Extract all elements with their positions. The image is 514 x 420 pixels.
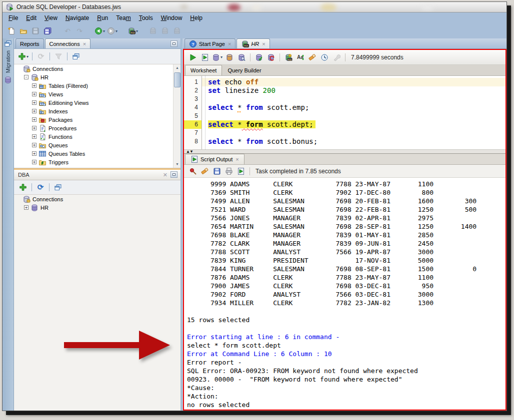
editor-line-2[interactable]: set linesize 200 xyxy=(202,86,506,95)
main-new-connection-button[interactable]: SQL▾ xyxy=(127,25,138,37)
tree-expander-icon[interactable]: + xyxy=(32,134,36,139)
connections-tree-item-hr[interactable]: -HR xyxy=(14,73,180,81)
menu-item-file[interactable]: File xyxy=(4,13,22,22)
worksheet-run-statement-button[interactable] xyxy=(188,51,198,63)
worksheet-autotrace-button[interactable] xyxy=(224,51,235,63)
dba-close-icon[interactable]: ✕ xyxy=(163,172,168,178)
main-open-file-button[interactable] xyxy=(18,25,29,37)
menu-item-run[interactable]: Run xyxy=(93,13,112,22)
tree-scrollbar[interactable]: ▲ ▼ xyxy=(173,64,180,168)
dropdown-caret-icon[interactable]: ▾ xyxy=(136,29,138,33)
tree-expander-icon[interactable]: + xyxy=(32,117,36,122)
scroll-up-icon[interactable]: ▲ xyxy=(174,64,180,71)
worksheet-sql-history-button[interactable] xyxy=(319,51,330,63)
tree-expander-icon[interactable]: + xyxy=(32,126,36,130)
connections-tree-item-editioning-views[interactable]: +Editioning Views xyxy=(14,98,180,107)
script-output-pin-button[interactable] xyxy=(188,165,198,177)
connections-tree-item-queues[interactable]: +Queues xyxy=(14,141,180,149)
connections-tree-item-queues-tables[interactable]: +Queues Tables xyxy=(14,149,180,158)
editor-output-splitter[interactable]: ▲▼ xyxy=(184,149,506,154)
dropdown-caret-icon[interactable]: ▾ xyxy=(26,54,28,59)
migration-tab[interactable]: Migration xyxy=(5,50,11,73)
tree-expander-icon[interactable]: + xyxy=(24,205,28,210)
menu-item-view[interactable]: View xyxy=(40,13,62,22)
worksheet-clear-button[interactable] xyxy=(307,51,318,63)
worksheet-sql-tuning-button[interactable] xyxy=(236,51,247,63)
editor-line-1[interactable]: set echo off xyxy=(202,78,506,86)
dba-collapse-all-button[interactable] xyxy=(52,181,64,193)
output-tab-script-output[interactable]: Script Output× xyxy=(185,154,244,164)
editor-line-4[interactable]: select * from scott.emp; xyxy=(202,103,506,112)
dropdown-caret-icon[interactable]: ▾ xyxy=(103,29,105,33)
connections-tree-item-triggers[interactable]: +Triggers xyxy=(14,158,180,166)
connections-tree-item-connections[interactable]: Connections xyxy=(14,64,180,73)
worksheet-tab-query-builder[interactable]: Query Builder xyxy=(222,65,266,75)
connections-tree-item-functions[interactable]: +Functions xyxy=(14,132,180,141)
dba-minimize-button[interactable] xyxy=(170,171,178,178)
script-output-run-script-button[interactable] xyxy=(236,165,246,177)
menu-item-edit[interactable]: Edit xyxy=(22,13,40,22)
editor-line-7[interactable] xyxy=(202,129,506,137)
dba-refresh-button[interactable]: ⟳ xyxy=(35,181,46,193)
editor-code-area[interactable]: set echo offset linesize 200 select * fr… xyxy=(202,76,506,149)
menu-item-team[interactable]: Team xyxy=(112,13,134,22)
tree-expander-icon[interactable]: + xyxy=(32,151,36,156)
navigator-minimize-button[interactable] xyxy=(170,40,178,47)
menu-item-window[interactable]: Window xyxy=(157,13,186,22)
worksheet-rollback-button[interactable] xyxy=(266,51,276,63)
menu-item-tools[interactable]: Tools xyxy=(135,13,157,22)
connections-tree-item-tables-filtered[interactable]: +Tables (Filtered) xyxy=(14,81,180,90)
tree-expander-icon[interactable]: + xyxy=(32,92,36,96)
dba-tree-item-connections[interactable]: Connections xyxy=(14,195,180,203)
migration-db-icon[interactable] xyxy=(4,76,12,84)
sql-editor[interactable]: 12345678 set echo offset linesize 200 se… xyxy=(184,76,506,149)
connections-add-connection-button[interactable]: ▾ xyxy=(18,50,29,62)
dba-tree-item-hr[interactable]: +HR xyxy=(14,203,180,212)
dropdown-caret-icon[interactable]: ▾ xyxy=(220,55,222,59)
editor-line-6[interactable]: select * form scott.dept; xyxy=(202,120,506,129)
navigator-tab-connections[interactable]: Connections× xyxy=(45,38,91,48)
dropdown-caret-icon[interactable]: ▾ xyxy=(116,29,118,33)
script-output-save-output-button[interactable] xyxy=(212,165,222,177)
main-forward-button[interactable]: ▾ xyxy=(106,25,118,37)
main-new-file-button[interactable] xyxy=(6,25,17,37)
script-output-clear-button[interactable] xyxy=(200,165,210,177)
document-tab-start-page[interactable]: ?Start Page× xyxy=(184,38,236,48)
tree-expander-icon[interactable]: - xyxy=(24,75,28,79)
document-tab-hr[interactable]: SQLHR× xyxy=(236,38,270,48)
connections-tree-item-procedures[interactable]: +Procedures xyxy=(14,124,180,132)
tree-expander-icon[interactable]: + xyxy=(32,83,36,88)
cascade-windows-icon[interactable] xyxy=(4,39,12,47)
dba-add-connection-button[interactable] xyxy=(18,181,28,193)
connections-tree-item-packages[interactable]: +Packages xyxy=(14,115,180,124)
worksheet-unshared-worksheet-button[interactable]: SQL xyxy=(283,51,294,63)
close-icon[interactable]: × xyxy=(236,157,238,162)
tree-expander-icon[interactable]: + xyxy=(32,100,36,105)
editor-line-3[interactable] xyxy=(202,95,506,103)
script-output-print-button[interactable] xyxy=(224,165,234,177)
close-icon[interactable]: × xyxy=(228,41,231,46)
worksheet-explain-plan-button[interactable]: ▾ xyxy=(212,51,223,63)
editor-line-5[interactable] xyxy=(202,112,506,120)
close-icon[interactable]: × xyxy=(262,41,265,46)
menu-item-navigate[interactable]: Navigate xyxy=(62,13,93,22)
main-save-all-button[interactable] xyxy=(42,25,53,37)
worksheet-commit-button[interactable] xyxy=(254,51,264,63)
worksheet-to-upper-lower-button[interactable]: Aa xyxy=(295,51,306,63)
close-icon[interactable]: × xyxy=(83,41,86,46)
navigator-tab-reports[interactable]: Reports xyxy=(16,38,44,48)
menu-item-help[interactable]: Help xyxy=(186,13,206,22)
tree-expander-icon[interactable]: + xyxy=(32,109,36,113)
tree-expander-icon[interactable]: + xyxy=(32,143,36,147)
worksheet-tab-worksheet[interactable]: Worksheet xyxy=(185,65,222,75)
worksheet-run-script-button[interactable] xyxy=(200,51,210,63)
main-back-button[interactable]: ▾ xyxy=(94,25,106,37)
scrollbar-thumb[interactable] xyxy=(174,72,180,87)
connections-tree-item-indexes[interactable]: +Indexes xyxy=(14,107,180,115)
connections-collapse-all-button[interactable] xyxy=(70,50,82,62)
splitter-arrows-icon[interactable]: ▲▼ xyxy=(186,149,193,154)
scroll-down-icon[interactable]: ▼ xyxy=(174,161,180,168)
connections-tree-item-views[interactable]: +Views xyxy=(14,90,180,98)
tree-expander-icon[interactable]: + xyxy=(32,160,36,164)
editor-line-8[interactable]: select * from scott.bonus; xyxy=(202,137,506,146)
